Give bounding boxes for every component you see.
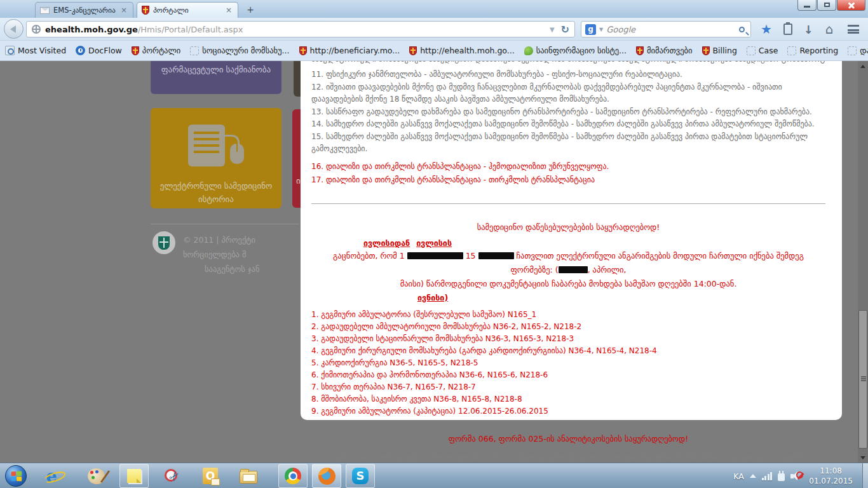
section-divider: [311, 203, 825, 204]
announce-text: 15: [466, 251, 476, 261]
system-tray: KA 11:08 01.07.2015: [733, 463, 853, 488]
show-hidden-icons-button[interactable]: [750, 474, 756, 478]
close-button[interactable]: [837, 0, 865, 11]
tile-electronic-medical-history[interactable]: ელექტრონული სამედიცინო ისტორია: [151, 108, 281, 208]
windows-logo-icon: [11, 471, 23, 482]
network-signal-icon[interactable]: [762, 472, 773, 480]
minimize-icon: [804, 6, 810, 8]
service-list-red: 16. დიალიზი და თირკმლის ტრანსპლანტაცია -…: [311, 160, 825, 187]
bookmark-label: პორტალი: [142, 46, 180, 55]
page-scrollbar[interactable]: [858, 61, 868, 463]
list-item: 9. გეგმიური ამბულატორია (კაპიტაცია) 12.0…: [311, 405, 825, 417]
placeholder-icon: [787, 46, 796, 55]
restore-button[interactable]: [817, 0, 836, 11]
bookmark-label: http://ehealth.moh.go...: [420, 46, 515, 55]
clipboard-icon: [783, 24, 792, 35]
power-plug-icon[interactable]: [778, 473, 785, 481]
menu-button[interactable]: [843, 21, 864, 37]
tile-partial-text: ი: [296, 176, 301, 186]
bookmark-star-button[interactable]: ★: [757, 21, 775, 37]
coat-of-arms-icon: [636, 46, 644, 55]
taskbar-paint[interactable]: [81, 464, 111, 488]
back-button[interactable]: [4, 19, 24, 39]
section-heading-forms: ფორმა 066, ფორმა 025-ის ანალიტიკოსების ს…: [311, 434, 825, 444]
scroll-down-button[interactable]: [858, 452, 868, 463]
url-bar[interactable]: ehealth.moh.gov.ge/Hmis/Portal/Default.a…: [26, 21, 575, 37]
bookmark-portal[interactable]: პორტალი: [132, 46, 180, 55]
tile-label: ფარმაცევტული საქმიანობა: [151, 65, 281, 74]
globe-icon: [32, 25, 41, 34]
language-indicator[interactable]: KA: [733, 471, 744, 481]
taskbar-chrome[interactable]: [278, 464, 308, 488]
tab-ems-kancelaria[interactable]: EMS-კანცელარია ×: [35, 2, 133, 18]
bookmark-social-service[interactable]: სოციალური მომსახუ...: [190, 46, 289, 55]
scroll-up-button[interactable]: [858, 61, 868, 71]
most-visited-icon: [5, 46, 15, 55]
arrow-down-icon: [860, 456, 865, 459]
clock[interactable]: 11:08 01.07.2015: [809, 466, 853, 486]
google-favicon: g: [585, 24, 596, 35]
bookmarks-panel-button[interactable]: [779, 21, 797, 37]
url-domain: ehealth.moh.gov.ge: [45, 25, 138, 34]
new-tab-button[interactable]: +: [243, 4, 258, 15]
bookmark-attendance-control[interactable]: დასწრების კონტრო...: [848, 46, 868, 55]
search-input[interactable]: Google: [606, 25, 739, 34]
search-engine-dropdown-icon[interactable]: ▼: [596, 27, 606, 32]
announce-line2: მაისი) წარმოდგენილი დოკუმენტაციის ჩაბარე…: [311, 277, 825, 291]
tile-pharmaceutical-activity[interactable]: ფარმაცევტული საქმიანობა: [151, 61, 281, 94]
tab-title: პორტალი: [153, 6, 220, 15]
announce-text: გაცნობებთ, რომ 1: [333, 251, 405, 261]
time: 11:08: [809, 466, 853, 476]
shield-icon: [158, 236, 170, 250]
list-item: 11. ფსიქიკური ჯანმრთელობა - ამბულატორიულ…: [311, 69, 825, 81]
reload-icon[interactable]: ↻: [559, 24, 572, 36]
bookmark-label: Case: [759, 46, 778, 55]
screen: EMS-კანცელარია × პორტალი × + ehealth.moh…: [0, 0, 868, 488]
placeholder-icon: [747, 46, 756, 55]
bookmark-most-visited[interactable]: Most Visited: [5, 46, 66, 55]
bookmark-beneficiary[interactable]: http://beneficiary.mo...: [299, 46, 400, 55]
placeholder-icon: [848, 46, 857, 55]
window-controls: [797, 0, 865, 11]
search-icon[interactable]: [739, 27, 745, 32]
minimize-button[interactable]: [797, 0, 817, 11]
bookmark-ehealth[interactable]: http://ehealth.moh.go...: [409, 46, 515, 55]
footer-divider: [151, 224, 299, 224]
placeholder-icon: [190, 46, 199, 55]
tab-close-icon[interactable]: ×: [119, 6, 128, 15]
downloads-button[interactable]: ↓: [799, 21, 817, 37]
taskbar-outlook[interactable]: O: [196, 464, 225, 488]
tile-label: ელექტრონული სამედიცინო ისტორია: [151, 179, 281, 206]
taskbar-file-explorer[interactable]: [234, 464, 263, 488]
tab-portal[interactable]: პორტალი ×: [137, 2, 238, 18]
taskbar-sticky-notes[interactable]: [119, 464, 149, 488]
bookmark-case[interactable]: Case: [747, 46, 778, 55]
volume-muted-icon[interactable]: [790, 470, 803, 482]
home-button[interactable]: ⌂: [820, 21, 839, 37]
service-list-gray: 11. ფსიქიკური ჯანმრთელობა - ამბულატორიულ…: [311, 69, 825, 156]
tab-close-icon[interactable]: ×: [224, 6, 233, 15]
list-item: 4. გეგმიური ქირურგიული მომსახურება (გარდ…: [311, 345, 825, 357]
search-box[interactable]: g ▼ Google: [581, 21, 751, 37]
redacted-text: [559, 266, 588, 273]
bookmark-docflow[interactable]: DocFlow: [76, 46, 122, 55]
list-item: 13. სასწრაფო გადაუდებელი დახმარება და სა…: [311, 106, 825, 119]
taskbar-firefox[interactable]: [312, 464, 341, 488]
taskbar-snipping-tool[interactable]: ✂: [158, 464, 187, 488]
bookmark-billing[interactable]: Billing: [702, 46, 737, 55]
scrollbar-thumb[interactable]: [858, 310, 867, 449]
sticky-notes-icon: [127, 469, 141, 483]
bookmark-info-system[interactable]: საინფორმაციო სისტე...: [524, 46, 627, 55]
taskbar-internet-explorer[interactable]: e: [37, 464, 66, 488]
url-dropdown-icon[interactable]: ▼: [546, 26, 559, 33]
coat-of-arms-icon: [132, 46, 139, 55]
bookmark-label: DocFlow: [88, 46, 122, 55]
show-desktop-button[interactable]: [862, 463, 868, 488]
start-button[interactable]: [5, 465, 27, 487]
bookmark-referrals[interactable]: მიმართვები: [636, 46, 693, 55]
list-item: 6. ქიმიოთერაპია და ჰორმონოთერაპია N36-6,…: [311, 369, 825, 381]
taskbar-skype[interactable]: S: [346, 464, 375, 488]
edit-inserts-line: ივლისიდანივლისის: [363, 236, 825, 248]
bookmark-reporting[interactable]: Reporting: [787, 46, 838, 55]
taskbar: e ✂ O S KA 11:08 01.07.2015: [0, 463, 868, 488]
